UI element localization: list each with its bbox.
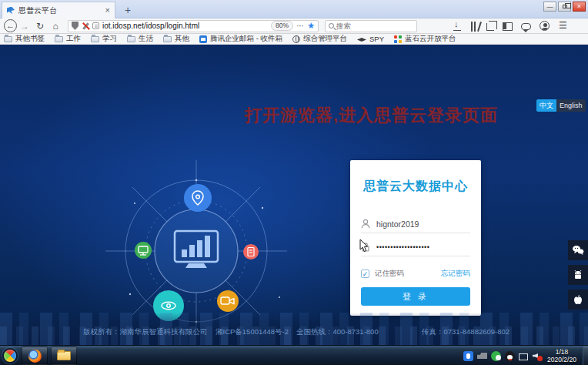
bookmark-folder-life[interactable]: 生活 (127, 34, 153, 44)
taskbar-explorer-button[interactable] (51, 347, 77, 365)
user-icon (361, 219, 370, 229)
sidebar-icon[interactable] (503, 22, 513, 31)
tab-title: 思普云平台 (18, 5, 102, 16)
bookmark-folder-misc[interactable]: 其他 (163, 34, 189, 44)
screenshot-icon[interactable] (486, 23, 494, 31)
lang-english-button[interactable]: English (556, 99, 586, 112)
folder-icon (127, 36, 135, 42)
page-footer: 版权所有：湖南华辰智通科技有限公司 湘ICP备15001448号-2 全国热线：… (0, 327, 588, 337)
fax-text: 传真：0731-84882609-802 (422, 327, 509, 337)
lang-chinese-button[interactable]: 中文 (536, 99, 556, 112)
colorful-dots-icon (394, 35, 402, 43)
hub-center-circle (155, 209, 238, 293)
tray-network-icon[interactable] (519, 353, 528, 360)
tray-volume-muted-icon[interactable] (532, 351, 542, 361)
tracking-protection-shield-icon[interactable] (72, 22, 79, 30)
browser-tab-active[interactable]: 思普云平台 × (2, 2, 115, 18)
minimize-button[interactable]: — (543, 2, 556, 12)
url-text[interactable]: iot.idosp.net/idosp/login.html (102, 22, 268, 30)
bookmark-management-platform[interactable]: 综合管理平台 (292, 34, 347, 44)
remember-label[interactable]: 记住密码 (375, 269, 441, 279)
system-tray (463, 346, 542, 365)
search-input[interactable] (336, 22, 406, 30)
bookmark-star-icon[interactable]: ★ (307, 22, 315, 30)
forward-button[interactable]: → (17, 19, 32, 33)
login-card: 思普云大数据中心 higntor2019 •••••••••••••••••••… (350, 160, 481, 316)
satellite-monitor (135, 242, 152, 259)
password-value[interactable]: ••••••••••••••••••• (376, 243, 429, 251)
address-bar[interactable]: iot.idosp.net/idosp/login.html 80% ⋯ ★ (68, 20, 319, 32)
language-toggle: 中文 English (536, 99, 586, 112)
bookmark-folder-study[interactable]: 学习 (91, 34, 117, 44)
new-tab-button[interactable]: + (120, 2, 135, 18)
downloads-icon[interactable] (453, 21, 463, 31)
bookmark-spy[interactable]: SPY (357, 35, 384, 43)
clock-date: 2020/2/20 (543, 356, 580, 363)
window-controls: — × (543, 2, 586, 12)
satellite-report (243, 244, 259, 260)
remember-checkbox[interactable]: ✓ (361, 270, 369, 278)
toolbar-icons: ☰ (453, 21, 568, 32)
login-button[interactable]: 登 录 (361, 287, 470, 306)
tray-qq-icon[interactable] (505, 351, 515, 361)
bookmark-folder-other-bookmarks[interactable]: 其他书签 (4, 34, 45, 44)
firefox-icon (28, 350, 42, 363)
apple-button[interactable] (568, 290, 588, 310)
restore-icon (563, 5, 567, 8)
messages-icon[interactable] (521, 23, 531, 30)
browser-toolbar: ← → ↻ ⌂ iot.idosp.net/idosp/login.html 8… (0, 18, 588, 34)
icp-number[interactable]: 湘ICP备15001448号-2 (215, 327, 289, 337)
browser-tab-bar: 思普云平台 × + — × (0, 0, 588, 18)
taskbar-clock[interactable]: 1/18 2020/2/20 (543, 348, 580, 363)
hotline-text: 全国热线：400-8731-800 (296, 327, 379, 337)
copyright-text: 版权所有：湖南华辰智通科技有限公司 (83, 327, 208, 337)
wechat-button[interactable] (568, 240, 588, 260)
search-icon (329, 23, 334, 28)
library-icon[interactable] (471, 22, 478, 32)
android-button[interactable] (568, 265, 588, 285)
zoom-level-badge[interactable]: 80% (271, 21, 293, 31)
show-desktop-button[interactable] (583, 346, 588, 365)
page-actions-icon[interactable]: ⋯ (296, 22, 304, 30)
windows-taskbar: 1/18 2020/2/20 (0, 345, 588, 365)
wechat-icon (572, 245, 584, 256)
blocked-pencil-icon[interactable] (82, 22, 89, 30)
folder-icon (55, 36, 63, 42)
globe-icon (292, 35, 300, 43)
bookmark-bluestone-cloud[interactable]: 蓝石云开放平台 (394, 34, 456, 44)
screen: 思普云平台 × + — × ← → ↻ ⌂ iot.idosp.net/idos… (0, 0, 588, 365)
tray-driver-icon[interactable] (477, 351, 487, 361)
mouse-cursor (359, 239, 369, 253)
floating-contact-bar (568, 240, 588, 310)
remember-row: ✓ 记住密码 忘记密码 (361, 269, 470, 279)
bookmark-folder-work[interactable]: 工作 (55, 34, 81, 44)
search-bar[interactable] (325, 20, 417, 32)
reload-button[interactable]: ↻ (32, 19, 48, 33)
login-title: 思普云大数据中心 (350, 179, 481, 195)
satellite-map (184, 184, 212, 212)
username-value[interactable]: higntor2019 (376, 219, 419, 229)
back-button[interactable]: ← (4, 19, 17, 32)
folder-icon (91, 36, 99, 42)
bookmark-tencent-mail[interactable]: 腾讯企业邮箱 - 收件箱 (199, 34, 282, 44)
clock-time: 1/18 (543, 348, 580, 356)
password-field[interactable]: ••••••••••••••••••• (361, 242, 470, 256)
tray-wechat-icon[interactable] (491, 351, 501, 361)
menu-icon[interactable]: ☰ (558, 21, 568, 31)
site-favicon (7, 7, 15, 15)
tab-close-icon[interactable]: × (105, 6, 110, 15)
mail-icon (199, 35, 207, 43)
start-button[interactable] (2, 348, 18, 363)
account-icon[interactable] (540, 21, 550, 31)
forgot-password-link[interactable]: 忘记密码 (441, 269, 470, 279)
tray-messenger-icon[interactable] (463, 351, 473, 361)
close-button[interactable]: × (573, 2, 586, 12)
satellite-video (217, 290, 239, 312)
apple-icon (573, 294, 583, 306)
restore-button[interactable] (558, 2, 571, 12)
home-button[interactable]: ⌂ (48, 19, 63, 33)
android-icon (573, 270, 583, 280)
permissions-icon[interactable] (92, 22, 99, 29)
username-field[interactable]: higntor2019 (361, 219, 470, 233)
taskbar-firefox-button[interactable] (22, 347, 48, 365)
